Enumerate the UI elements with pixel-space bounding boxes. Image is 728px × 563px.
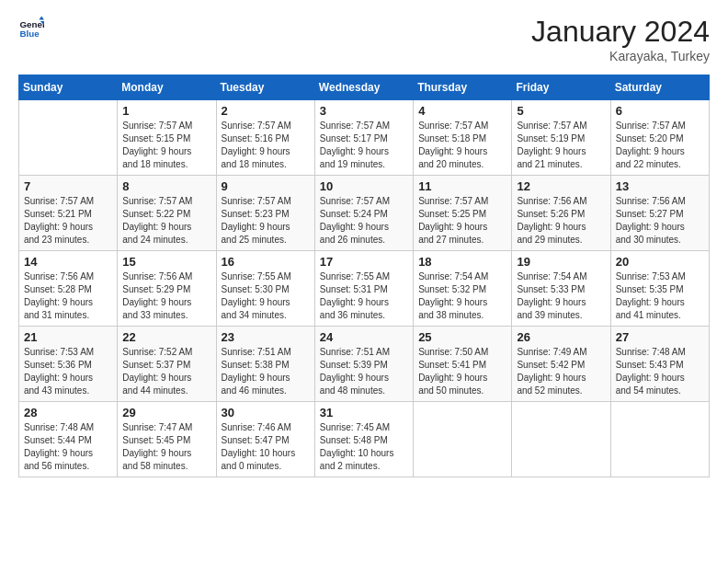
cell-content: Sunrise: 7:57 AM bbox=[320, 195, 408, 208]
col-tuesday: Tuesday bbox=[216, 75, 314, 100]
day-number: 22 bbox=[122, 330, 210, 344]
day-number: 27 bbox=[616, 330, 704, 344]
calendar-cell: 10Sunrise: 7:57 AMSunset: 5:24 PMDayligh… bbox=[314, 176, 413, 251]
cell-content: Sunset: 5:28 PM bbox=[24, 283, 112, 296]
cell-content: Sunrise: 7:54 AM bbox=[418, 270, 506, 283]
svg-marker-2 bbox=[39, 16, 44, 19]
week-row-1: 7Sunrise: 7:57 AMSunset: 5:21 PMDaylight… bbox=[19, 176, 710, 251]
calendar-cell: 9Sunrise: 7:57 AMSunset: 5:23 PMDaylight… bbox=[216, 176, 314, 251]
calendar-cell: 30Sunrise: 7:46 AMSunset: 5:47 PMDayligh… bbox=[216, 402, 314, 477]
calendar-cell: 15Sunrise: 7:56 AMSunset: 5:29 PMDayligh… bbox=[118, 251, 216, 327]
col-wednesday: Wednesday bbox=[314, 75, 413, 100]
day-number: 17 bbox=[320, 255, 408, 269]
cell-content: and 52 minutes. bbox=[517, 385, 605, 397]
calendar-cell: 24Sunrise: 7:51 AMSunset: 5:39 PMDayligh… bbox=[314, 327, 413, 402]
day-number: 26 bbox=[517, 330, 605, 344]
cell-content: and 0 minutes. bbox=[222, 460, 310, 473]
cell-content: and 58 minutes. bbox=[122, 460, 210, 473]
calendar-cell: 5Sunrise: 7:57 AMSunset: 5:19 PMDaylight… bbox=[512, 100, 610, 176]
cell-content: Daylight: 9 hours bbox=[517, 145, 605, 158]
cell-content: Sunset: 5:37 PM bbox=[122, 359, 210, 372]
cell-content: and 33 minutes. bbox=[122, 309, 210, 322]
cell-content: and 46 minutes. bbox=[222, 385, 310, 397]
cell-content: Daylight: 9 hours bbox=[616, 296, 704, 309]
cell-content: and 41 minutes. bbox=[616, 309, 704, 322]
cell-content: Daylight: 9 hours bbox=[24, 372, 112, 385]
cell-content: Sunrise: 7:56 AM bbox=[517, 195, 605, 208]
cell-content: and 29 minutes. bbox=[517, 234, 605, 247]
cell-content: and 24 minutes. bbox=[122, 234, 210, 247]
day-number: 25 bbox=[418, 330, 506, 344]
cell-content: Sunset: 5:47 PM bbox=[222, 434, 310, 447]
cell-content: Sunset: 5:21 PM bbox=[24, 208, 112, 221]
cell-content: Sunset: 5:19 PM bbox=[517, 132, 605, 145]
cell-content: and 21 minutes. bbox=[517, 158, 605, 171]
cell-content: and 39 minutes. bbox=[517, 309, 605, 322]
week-row-3: 21Sunrise: 7:53 AMSunset: 5:36 PMDayligh… bbox=[19, 327, 710, 402]
cell-content: Daylight: 9 hours bbox=[122, 447, 210, 460]
cell-content: Daylight: 9 hours bbox=[24, 447, 112, 460]
calendar-cell: 21Sunrise: 7:53 AMSunset: 5:36 PMDayligh… bbox=[19, 327, 118, 402]
calendar-cell: 3Sunrise: 7:57 AMSunset: 5:17 PMDaylight… bbox=[314, 100, 413, 176]
cell-content: Daylight: 9 hours bbox=[320, 145, 408, 158]
calendar-cell: 6Sunrise: 7:57 AMSunset: 5:20 PMDaylight… bbox=[610, 100, 709, 176]
cell-content: Sunset: 5:44 PM bbox=[24, 434, 112, 447]
cell-content: Daylight: 10 hours bbox=[320, 447, 408, 460]
cell-content: Daylight: 9 hours bbox=[122, 372, 210, 385]
cell-content: Daylight: 9 hours bbox=[222, 145, 310, 158]
cell-content: Sunrise: 7:55 AM bbox=[222, 270, 310, 283]
calendar-cell: 26Sunrise: 7:49 AMSunset: 5:42 PMDayligh… bbox=[512, 327, 610, 402]
header: General Blue January 2024 Karayaka, Turk… bbox=[18, 15, 710, 63]
calendar-cell bbox=[512, 402, 610, 477]
cell-content: Daylight: 9 hours bbox=[616, 372, 704, 385]
cell-content: and 26 minutes. bbox=[320, 234, 408, 247]
cell-content: Sunrise: 7:51 AM bbox=[222, 346, 310, 359]
cell-content: Sunrise: 7:57 AM bbox=[418, 195, 506, 208]
cell-content: Sunrise: 7:57 AM bbox=[24, 195, 112, 208]
day-number: 10 bbox=[320, 179, 408, 193]
cell-content: Sunset: 5:36 PM bbox=[24, 359, 112, 372]
cell-content: Daylight: 9 hours bbox=[222, 221, 310, 234]
cell-content: Sunset: 5:17 PM bbox=[320, 132, 408, 145]
cell-content: Sunset: 5:43 PM bbox=[616, 359, 704, 372]
day-number: 3 bbox=[320, 104, 408, 118]
calendar-cell: 19Sunrise: 7:54 AMSunset: 5:33 PMDayligh… bbox=[512, 251, 610, 327]
col-sunday: Sunday bbox=[19, 75, 118, 100]
calendar-cell: 17Sunrise: 7:55 AMSunset: 5:31 PMDayligh… bbox=[314, 251, 413, 327]
day-number: 29 bbox=[122, 406, 210, 419]
cell-content: Daylight: 9 hours bbox=[122, 296, 210, 309]
cell-content: Sunrise: 7:56 AM bbox=[616, 195, 704, 208]
cell-content: Sunrise: 7:57 AM bbox=[122, 120, 210, 132]
cell-content: Sunset: 5:30 PM bbox=[222, 283, 310, 296]
cell-content: and 30 minutes. bbox=[616, 234, 704, 247]
calendar-cell: 16Sunrise: 7:55 AMSunset: 5:30 PMDayligh… bbox=[216, 251, 314, 327]
day-number: 28 bbox=[24, 406, 112, 419]
col-friday: Friday bbox=[512, 75, 610, 100]
calendar-cell: 8Sunrise: 7:57 AMSunset: 5:22 PMDaylight… bbox=[118, 176, 216, 251]
cell-content: Daylight: 9 hours bbox=[616, 221, 704, 234]
cell-content: Sunset: 5:26 PM bbox=[517, 208, 605, 221]
cell-content: Daylight: 9 hours bbox=[24, 296, 112, 309]
day-number: 5 bbox=[517, 104, 605, 118]
day-number: 8 bbox=[122, 179, 210, 193]
calendar-cell: 22Sunrise: 7:52 AMSunset: 5:37 PMDayligh… bbox=[118, 327, 216, 402]
calendar-cell: 23Sunrise: 7:51 AMSunset: 5:38 PMDayligh… bbox=[216, 327, 314, 402]
cell-content: Sunset: 5:31 PM bbox=[320, 283, 408, 296]
calendar-cell: 11Sunrise: 7:57 AMSunset: 5:25 PMDayligh… bbox=[414, 176, 512, 251]
cell-content: Daylight: 9 hours bbox=[616, 145, 704, 158]
day-number: 13 bbox=[616, 179, 704, 193]
cell-content: Sunrise: 7:56 AM bbox=[122, 270, 210, 283]
calendar-table: Sunday Monday Tuesday Wednesday Thursday… bbox=[18, 75, 710, 477]
cell-content: Daylight: 9 hours bbox=[418, 296, 506, 309]
calendar-cell bbox=[414, 402, 512, 477]
day-number: 18 bbox=[418, 255, 506, 269]
day-number: 6 bbox=[616, 104, 704, 118]
cell-content: Sunrise: 7:57 AM bbox=[320, 120, 408, 132]
cell-content: Sunset: 5:41 PM bbox=[418, 359, 506, 372]
cell-content: Sunrise: 7:55 AM bbox=[320, 270, 408, 283]
cell-content: Daylight: 9 hours bbox=[418, 145, 506, 158]
cell-content: and 25 minutes. bbox=[222, 234, 310, 247]
cell-content: Daylight: 9 hours bbox=[222, 296, 310, 309]
day-number: 1 bbox=[122, 104, 210, 118]
cell-content: and 44 minutes. bbox=[122, 385, 210, 397]
